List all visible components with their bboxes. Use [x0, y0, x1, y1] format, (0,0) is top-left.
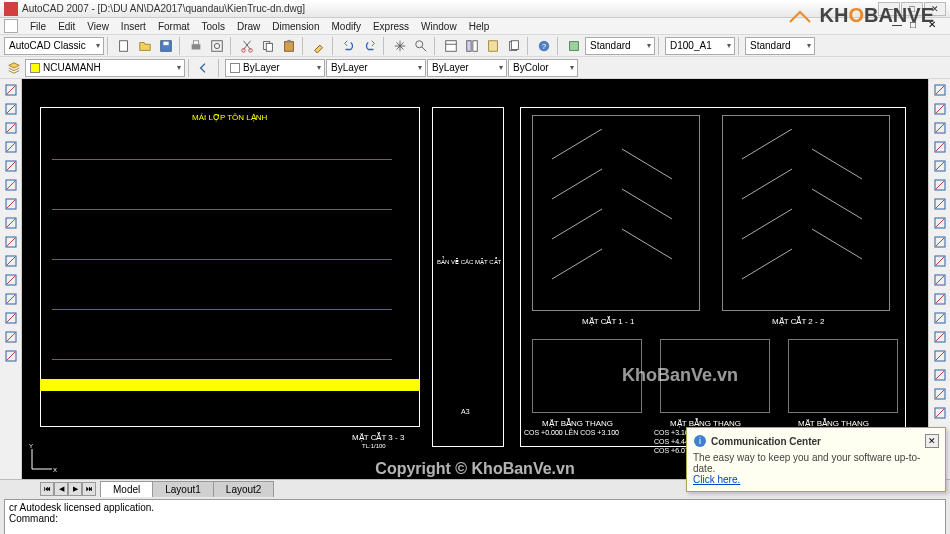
save-button[interactable] [156, 37, 176, 55]
hatch-icon[interactable] [2, 328, 20, 346]
menu-dimension[interactable]: Dimension [266, 19, 325, 34]
communication-center-popup: i Communication Center ✕ The easy way to… [686, 427, 946, 492]
menu-help[interactable]: Help [463, 19, 496, 34]
drawing-canvas[interactable]: MÁI LỢP TÔN LẠNH MẶT CẮT 3 - 3 TL:1/100 … [22, 79, 928, 479]
polygon-icon[interactable] [2, 138, 20, 156]
svg-line-51 [7, 333, 15, 341]
copy-icon[interactable] [931, 100, 949, 118]
svg-rect-18 [489, 40, 498, 51]
pan-icon[interactable] [931, 385, 949, 403]
tool-palette-button[interactable] [483, 37, 503, 55]
workspace-dropdown[interactable]: AutoCAD Classic [4, 37, 104, 55]
section-1-label: MẶT CẮT 1 - 1 [582, 317, 634, 326]
svg-text:i: i [699, 436, 701, 446]
explode-icon[interactable] [931, 366, 949, 384]
menu-format[interactable]: Format [152, 19, 196, 34]
paste-button[interactable] [279, 37, 299, 55]
comm-close-button[interactable]: ✕ [925, 434, 939, 448]
arc-icon[interactable] [2, 176, 20, 194]
properties-button[interactable] [441, 37, 461, 55]
extend-icon[interactable] [931, 271, 949, 289]
spline-icon[interactable] [2, 233, 20, 251]
menu-draw[interactable]: Draw [231, 19, 266, 34]
svg-line-33 [7, 162, 15, 170]
menu-file[interactable]: File [24, 19, 52, 34]
rectangle-icon[interactable] [2, 157, 20, 175]
svg-line-31 [7, 143, 15, 151]
tab-layout1[interactable]: Layout1 [152, 481, 214, 497]
rotate-icon[interactable] [931, 195, 949, 213]
plan-1-label-b: COS +0.000 LÊN COS +3.100 [524, 429, 619, 436]
fillet-icon[interactable] [931, 347, 949, 365]
layer-props-button[interactable] [4, 59, 24, 77]
tab-scroll-last[interactable]: ⏭ [82, 482, 96, 496]
scale-icon[interactable] [931, 214, 949, 232]
pline-icon[interactable] [2, 119, 20, 137]
lineweight-dropdown[interactable]: ByLayer [427, 59, 507, 77]
trim-icon[interactable] [931, 252, 949, 270]
match-prop-button[interactable] [309, 37, 329, 55]
text-icon[interactable] [2, 347, 20, 365]
tab-scroll-first[interactable]: ⏮ [40, 482, 54, 496]
plotstyle-dropdown[interactable]: ByColor [508, 59, 578, 77]
menu-window[interactable]: Window [415, 19, 463, 34]
stretch-icon[interactable] [931, 233, 949, 251]
help-button[interactable]: ? [534, 37, 554, 55]
svg-line-53 [7, 352, 15, 360]
line-icon[interactable] [2, 81, 20, 99]
dim-style-dropdown[interactable]: D100_A1 [665, 37, 735, 55]
sheet-set-button[interactable] [504, 37, 524, 55]
revcloud-icon[interactable] [2, 214, 20, 232]
command-line[interactable]: cr Autodesk licensed application. Comman… [4, 499, 946, 534]
menu-modify[interactable]: Modify [326, 19, 367, 34]
circle-icon[interactable] [2, 195, 20, 213]
break-icon[interactable] [931, 290, 949, 308]
cut-button[interactable] [237, 37, 257, 55]
ellipse-icon[interactable] [2, 252, 20, 270]
copy-button[interactable] [258, 37, 278, 55]
plot-preview-button[interactable] [207, 37, 227, 55]
svg-line-39 [7, 219, 15, 227]
color-dropdown[interactable]: ByLayer [225, 59, 325, 77]
svg-line-81 [936, 314, 944, 322]
join-icon[interactable] [931, 309, 949, 327]
comm-link[interactable]: Click here. [693, 474, 740, 485]
tab-scroll-prev[interactable]: ◀ [54, 482, 68, 496]
tab-model[interactable]: Model [100, 481, 153, 497]
mirror-icon[interactable] [931, 119, 949, 137]
svg-line-45 [7, 276, 15, 284]
layer-prev-button[interactable] [195, 59, 215, 77]
block-icon[interactable] [2, 290, 20, 308]
xline-icon[interactable] [2, 100, 20, 118]
design-center-button[interactable] [462, 37, 482, 55]
layer-dropdown[interactable]: NCUAMANH [25, 59, 185, 77]
menu-view[interactable]: View [81, 19, 115, 34]
tab-layout2[interactable]: Layout2 [213, 481, 275, 497]
pan-button[interactable] [390, 37, 410, 55]
svg-line-41 [7, 238, 15, 246]
tb1-extra-1[interactable] [564, 37, 584, 55]
linetype-dropdown[interactable]: ByLayer [326, 59, 426, 77]
erase-icon[interactable] [931, 81, 949, 99]
print-button[interactable] [186, 37, 206, 55]
chamfer-icon[interactable] [931, 328, 949, 346]
offset-icon[interactable] [931, 138, 949, 156]
menu-insert[interactable]: Insert [115, 19, 152, 34]
move-icon[interactable] [931, 176, 949, 194]
text-style-dropdown[interactable]: Standard [585, 37, 655, 55]
point-icon[interactable] [2, 309, 20, 327]
undo-button[interactable] [339, 37, 359, 55]
array-icon[interactable] [931, 157, 949, 175]
zoom-icon[interactable] [931, 404, 949, 422]
redo-button[interactable] [360, 37, 380, 55]
open-button[interactable] [135, 37, 155, 55]
new-button[interactable] [114, 37, 134, 55]
tab-scroll-next[interactable]: ▶ [68, 482, 82, 496]
plan-1 [532, 339, 642, 413]
table-style-dropdown[interactable]: Standard [745, 37, 815, 55]
menu-edit[interactable]: Edit [52, 19, 81, 34]
zoom-button[interactable] [411, 37, 431, 55]
menu-express[interactable]: Express [367, 19, 415, 34]
menu-tools[interactable]: Tools [196, 19, 231, 34]
ellipse-arc-icon[interactable] [2, 271, 20, 289]
